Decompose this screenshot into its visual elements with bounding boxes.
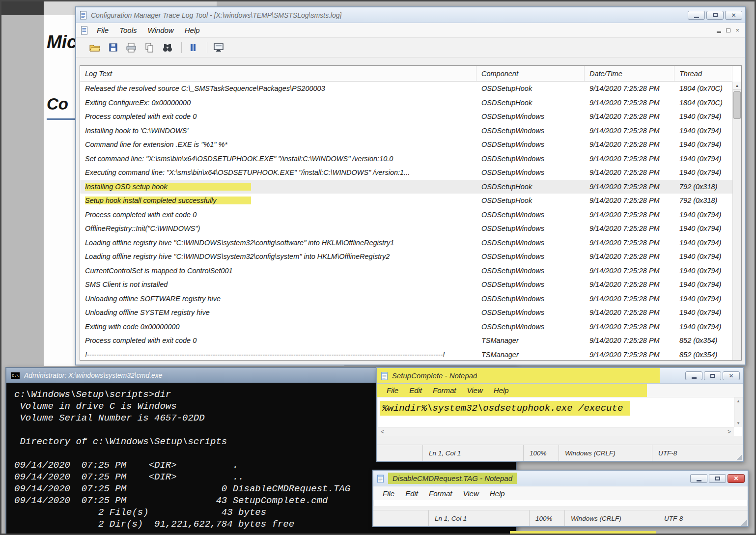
minimize-button[interactable] — [690, 474, 707, 483]
component-cell: OSDSetupWindows — [476, 239, 585, 247]
component-cell: TSManager — [476, 351, 585, 359]
notepad1-text-area[interactable]: %windir%\system32\osdsetuphook.exe /exec… — [378, 397, 742, 436]
component-cell: OSDSetupWindows — [476, 281, 585, 288]
log-row[interactable]: Installing hook to 'C:\WINDOWS' OSDSetup… — [80, 124, 732, 138]
scrollbar-thumb[interactable] — [733, 91, 741, 119]
component-cell: OSDSetupWindows — [476, 113, 585, 120]
log-row[interactable]: Unloading offline SYSTEM registry hive O… — [80, 306, 732, 320]
menu-file[interactable]: File — [377, 489, 400, 498]
log-row[interactable]: OfflineRegistry::Init("C:\WINDOWS") OSDS… — [80, 222, 732, 236]
column-header-datetime[interactable]: Date/Time — [585, 66, 674, 81]
toolbar-separator — [181, 42, 182, 53]
column-header-thread[interactable]: Thread — [674, 66, 732, 81]
notepad2-menubar: File Edit Format View Help — [373, 486, 748, 501]
mdi-minimize-icon[interactable] — [717, 31, 721, 33]
log-row[interactable]: Process completed with exit code 0 OSDSe… — [80, 110, 732, 124]
pause-button[interactable] — [185, 41, 201, 55]
close-button[interactable]: ✕ — [723, 371, 740, 380]
log-row[interactable]: Loading offline registry hive "C:\WINDOW… — [80, 250, 732, 264]
log-row[interactable]: SMS Client is not installed OSDSetupWind… — [80, 278, 732, 292]
maximize-button[interactable] — [709, 474, 726, 483]
menu-file[interactable]: File — [381, 386, 404, 394]
notepad2-text-area[interactable] — [374, 500, 747, 506]
mdi-document-icon — [80, 26, 88, 35]
log-row[interactable]: Process completed with exit code 0 OSDSe… — [80, 208, 732, 222]
log-text-cell: Exiting with code 0x00000000 — [80, 323, 476, 331]
menu-format[interactable]: Format — [423, 489, 458, 498]
status-spacer — [373, 510, 428, 526]
log-row[interactable]: Executing command line: "X:\sms\bin\x64\… — [80, 166, 732, 180]
thread-cell: 1940 (0x794) — [674, 253, 732, 260]
print-button[interactable] — [123, 41, 139, 55]
component-cell: OSDSetupHook — [476, 197, 585, 204]
scroll-left-icon[interactable]: < — [381, 428, 384, 435]
cmd-icon: C:\ — [10, 372, 20, 379]
datetime-cell: 9/14/2020 7:25:28 PM — [585, 197, 674, 204]
log-row[interactable]: Unloading offline SOFTWARE registry hive… — [80, 292, 732, 306]
component-cell: OSDSetupWindows — [476, 253, 585, 260]
menu-view[interactable]: View — [458, 489, 484, 498]
find-button[interactable] — [160, 41, 175, 55]
print-icon — [126, 43, 137, 53]
close-button[interactable]: ✕ — [725, 11, 742, 20]
log-row[interactable]: Exiting with code 0x00000000 OSDSetupWin… — [80, 320, 732, 334]
maximize-button[interactable] — [704, 371, 721, 380]
log-row[interactable]: Process completed with exit code 0 TSMan… — [80, 334, 732, 348]
close-button[interactable]: ✕ — [728, 474, 745, 483]
cmtrace-titlebar[interactable]: Configuration Manager Trace Log Tool - [… — [76, 7, 745, 23]
mdi-restore-icon[interactable] — [726, 28, 730, 32]
log-row[interactable]: Command line for extension .EXE is "%1" … — [80, 138, 732, 152]
datetime-cell: 9/14/2020 7:25:28 PM — [585, 267, 674, 275]
log-row[interactable]: !---------------------------------------… — [80, 348, 732, 361]
menu-window[interactable]: Window — [142, 26, 179, 34]
column-header-logtext[interactable]: Log Text — [80, 66, 476, 81]
minimize-button[interactable] — [685, 371, 702, 380]
column-header-component[interactable]: Component — [476, 66, 585, 81]
scroll-up-icon[interactable]: ▲ — [733, 82, 741, 90]
cmtrace-app-icon — [79, 11, 87, 20]
realtime-button[interactable] — [211, 41, 226, 55]
maximize-button[interactable] — [706, 11, 724, 20]
datetime-cell: 9/14/2020 7:25:28 PM — [585, 211, 674, 219]
menu-tools[interactable]: Tools — [114, 26, 142, 34]
binoculars-icon — [162, 43, 173, 52]
resize-grip[interactable] — [735, 453, 742, 460]
menu-file[interactable]: File — [91, 26, 114, 34]
open-button[interactable] — [87, 41, 103, 55]
log-row[interactable]: Loading offline registry hive "C:\WINDOW… — [80, 236, 732, 250]
vertical-scrollbar[interactable]: ▲ — [732, 82, 741, 360]
log-row[interactable]: Released the resolved source C:\_SMSTask… — [80, 82, 732, 96]
resize-grip[interactable] — [740, 519, 747, 526]
notepad1-horizontal-scrollbar[interactable]: < > — [378, 427, 734, 436]
scroll-right-icon[interactable]: > — [728, 428, 731, 435]
log-row[interactable]: Installing OSD setup hook OSDSetupHook 9… — [80, 180, 732, 194]
scroll-down-icon[interactable]: ▼ — [736, 421, 740, 425]
menu-help[interactable]: Help — [484, 489, 510, 498]
log-row[interactable]: CurrentControlSet is mapped to ControlSe… — [80, 264, 732, 278]
notepad2-titlebar[interactable]: DisableCMDRequest.TAG - Notepad ✕ — [373, 471, 748, 486]
copy-button[interactable] — [141, 41, 157, 55]
mdi-close-icon[interactable]: × — [735, 27, 739, 33]
menu-edit[interactable]: Edit — [404, 386, 427, 394]
menu-help[interactable]: Help — [179, 26, 205, 34]
menu-help[interactable]: Help — [488, 386, 514, 394]
close-icon: ✕ — [731, 12, 736, 18]
save-button[interactable] — [105, 41, 121, 55]
minimize-button[interactable] — [688, 11, 705, 20]
component-cell: OSDSetupWindows — [476, 211, 585, 219]
log-row[interactable]: Setup hook install completed successfull… — [80, 194, 732, 208]
log-row[interactable]: Exiting ConfigureEx: 0x00000000 OSDSetup… — [80, 96, 732, 110]
notepad1-vertical-scrollbar[interactable]: ▲ ▼ — [734, 397, 742, 427]
screenshot-root: Mic Co Configuration Manager Trace Log T… — [0, 0, 756, 535]
menu-view[interactable]: View — [462, 386, 488, 394]
log-row[interactable]: Set command line: "X:\sms\bin\x64\OSDSET… — [80, 152, 732, 166]
datetime-cell: 9/14/2020 7:25:28 PM — [585, 309, 674, 316]
menu-edit[interactable]: Edit — [400, 489, 423, 498]
notepad1-titlebar[interactable]: SetupComplete - Notepad ✕ — [377, 368, 743, 384]
status-encoding: UTF-8 — [652, 445, 743, 461]
scroll-up-icon[interactable]: ▲ — [736, 399, 740, 403]
thread-cell: 1940 (0x794) — [674, 169, 732, 176]
status-spacer — [377, 445, 422, 461]
component-cell: OSDSetupHook — [476, 183, 585, 191]
menu-format[interactable]: Format — [427, 386, 462, 394]
